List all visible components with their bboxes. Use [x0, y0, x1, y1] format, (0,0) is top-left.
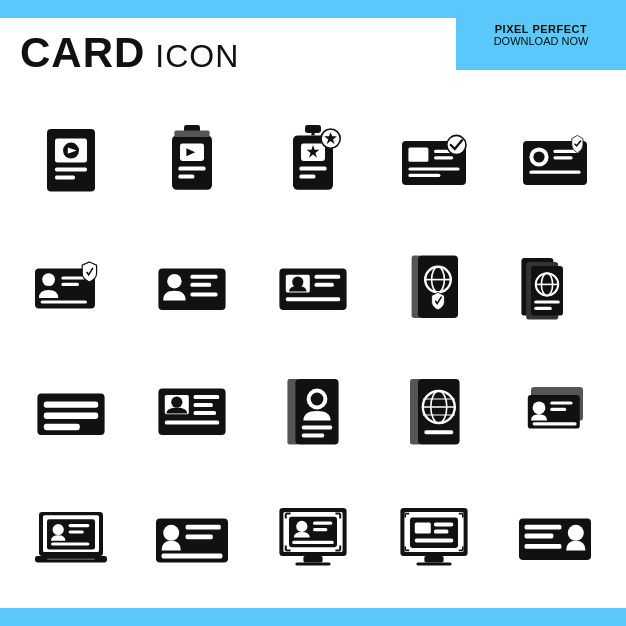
svg-rect-32	[554, 156, 573, 159]
icon-passport-open	[495, 223, 616, 348]
svg-rect-130	[525, 544, 562, 549]
svg-point-90	[533, 401, 546, 414]
svg-rect-11	[178, 166, 205, 170]
svg-point-113	[296, 520, 307, 531]
icon-id-card-landscape2	[131, 473, 252, 598]
svg-rect-87	[425, 430, 454, 434]
icon-id-card-person-shield	[10, 223, 131, 348]
svg-rect-5	[55, 175, 75, 179]
svg-rect-49	[286, 297, 340, 301]
svg-rect-120	[417, 562, 452, 565]
bottom-stripe	[0, 608, 626, 626]
svg-rect-124	[434, 529, 448, 533]
svg-point-40	[167, 274, 181, 288]
svg-rect-72	[193, 411, 215, 415]
svg-point-30	[534, 151, 545, 162]
svg-rect-26	[409, 173, 441, 176]
icon-monitor-id-scan	[252, 473, 373, 598]
svg-rect-79	[302, 433, 324, 437]
svg-rect-64	[43, 401, 97, 407]
download-now-text: DOWNLOAD NOW	[494, 35, 589, 47]
svg-rect-66	[43, 423, 79, 429]
svg-rect-13	[305, 125, 321, 133]
icon-id-card-lines	[10, 348, 131, 473]
svg-rect-73	[165, 420, 219, 424]
svg-rect-102	[47, 558, 95, 560]
download-badge[interactable]: PIXEL PERFECT DOWNLOAD NOW	[456, 0, 626, 70]
svg-point-35	[42, 273, 55, 286]
svg-rect-65	[43, 412, 97, 418]
svg-rect-129	[525, 533, 554, 538]
svg-rect-99	[68, 524, 89, 527]
svg-point-98	[52, 524, 63, 535]
svg-rect-61	[535, 300, 561, 303]
svg-rect-70	[193, 395, 219, 399]
svg-rect-114	[313, 521, 332, 524]
svg-point-127	[568, 524, 584, 540]
card-label: CARD	[20, 29, 145, 77]
icon-id-badge-hang	[131, 98, 252, 223]
svg-rect-33	[530, 170, 581, 173]
svg-rect-123	[434, 522, 453, 526]
icon-id-card-shield	[495, 98, 616, 223]
icon-id-book-person	[252, 348, 373, 473]
svg-rect-17	[299, 166, 326, 170]
svg-rect-25	[409, 167, 460, 170]
svg-point-46	[292, 276, 303, 287]
header: CARD ICON PIXEL PERFECT DOWNLOAD NOW	[0, 18, 626, 88]
svg-rect-43	[190, 292, 217, 296]
icon-passport-shield	[374, 223, 495, 348]
svg-rect-18	[299, 174, 315, 178]
svg-rect-62	[535, 306, 553, 309]
icon-label: ICON	[155, 38, 239, 75]
svg-rect-78	[302, 425, 332, 429]
svg-rect-122	[415, 522, 431, 533]
svg-rect-107	[161, 553, 222, 558]
icon-laptop-id	[10, 473, 131, 598]
svg-rect-115	[313, 528, 327, 531]
svg-rect-93	[533, 422, 577, 425]
svg-rect-4	[55, 167, 87, 171]
svg-point-77	[311, 392, 324, 405]
svg-rect-22	[409, 147, 429, 161]
svg-point-69	[171, 396, 182, 407]
svg-rect-128	[525, 524, 562, 529]
svg-rect-9	[174, 130, 209, 136]
pixel-perfect-text: PIXEL PERFECT	[495, 23, 587, 35]
svg-rect-12	[178, 174, 194, 178]
svg-rect-37	[61, 282, 79, 285]
svg-rect-111	[295, 562, 330, 565]
svg-rect-39	[158, 268, 225, 310]
svg-rect-100	[68, 530, 83, 533]
icon-grid	[0, 88, 626, 608]
icon-id-card-person	[131, 223, 252, 348]
svg-rect-125	[415, 538, 453, 542]
icon-id-cards-stack	[495, 348, 616, 473]
svg-rect-91	[551, 401, 573, 404]
svg-rect-106	[185, 534, 212, 539]
icon-id-badge-star	[252, 98, 373, 223]
svg-rect-36	[61, 276, 85, 279]
icon-monitor-id-card	[374, 473, 495, 598]
svg-rect-101	[51, 542, 89, 545]
svg-rect-105	[185, 524, 220, 529]
svg-point-104	[163, 524, 179, 540]
svg-rect-110	[303, 556, 322, 562]
svg-rect-42	[190, 282, 211, 286]
svg-rect-38	[40, 300, 86, 303]
icon-id-card-person2	[252, 223, 373, 348]
svg-rect-24	[434, 156, 453, 159]
svg-rect-47	[315, 274, 341, 278]
icon-id-card-check	[374, 98, 495, 223]
icon-id-card-person-frame	[131, 348, 252, 473]
icon-id-badge-video	[10, 98, 131, 223]
icon-id-card-person3	[495, 473, 616, 598]
icon-passport-globe	[374, 348, 495, 473]
svg-rect-71	[193, 403, 212, 407]
svg-rect-48	[315, 282, 334, 286]
svg-rect-92	[551, 407, 567, 410]
svg-rect-119	[425, 556, 444, 562]
svg-rect-116	[292, 540, 334, 543]
svg-rect-41	[190, 274, 217, 278]
